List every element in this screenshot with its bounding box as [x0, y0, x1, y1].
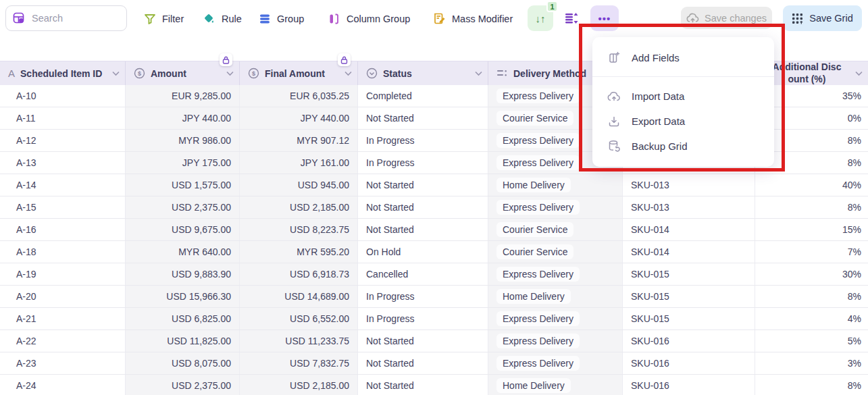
- column-header-amount[interactable]: $ Amount: [126, 61, 240, 85]
- cell-amount[interactable]: USD 15,966.30: [126, 286, 240, 307]
- cell-status[interactable]: Not Started: [358, 174, 488, 196]
- cell-sku[interactable]: SKU-013: [623, 196, 755, 218]
- cell-amount[interactable]: USD 8,075.00: [126, 352, 240, 374]
- cell-sku[interactable]: SKU-015: [623, 263, 755, 285]
- cell-additional-discount[interactable]: 4%: [755, 308, 868, 330]
- cell-sku[interactable]: SKU-013: [623, 174, 755, 196]
- cell-final-amount[interactable]: USD 2,185.00: [240, 375, 358, 395]
- cell-amount[interactable]: JPY 175.00: [126, 152, 240, 174]
- cell-final-amount[interactable]: MYR 595.20: [240, 241, 358, 263]
- cell-additional-discount[interactable]: 7%: [755, 241, 868, 263]
- table-row[interactable]: A-14 USD 1,575.00 USD 945.00 Not Started…: [0, 174, 868, 196]
- cell-scheduled-item-id[interactable]: A-13: [0, 152, 126, 174]
- column-header-final-amount[interactable]: $ Final Amount: [240, 61, 358, 85]
- cell-amount[interactable]: USD 9,675.00: [126, 219, 240, 240]
- cell-status[interactable]: Cancelled: [358, 263, 488, 285]
- cell-amount[interactable]: MYR 986.00: [126, 130, 240, 151]
- cell-final-amount[interactable]: EUR 6,035.25: [240, 85, 358, 107]
- cell-final-amount[interactable]: USD 945.00: [240, 174, 358, 196]
- cell-scheduled-item-id[interactable]: A-15: [0, 196, 126, 218]
- search-box[interactable]: [5, 5, 127, 31]
- cell-scheduled-item-id[interactable]: A-10: [0, 85, 126, 107]
- cell-scheduled-item-id[interactable]: A-14: [0, 174, 126, 196]
- table-row[interactable]: A-21 USD 6,825.00 USD 6,552.00 In Progre…: [0, 308, 868, 330]
- cell-scheduled-item-id[interactable]: A-11: [0, 107, 126, 129]
- cell-final-amount[interactable]: USD 2,185.00: [240, 196, 358, 218]
- cell-amount[interactable]: MYR 640.00: [126, 241, 240, 263]
- cell-status[interactable]: Not Started: [358, 375, 488, 395]
- cell-status[interactable]: Not Started: [358, 330, 488, 352]
- row-height-button[interactable]: [561, 5, 582, 31]
- cell-final-amount[interactable]: USD 7,832.75: [240, 352, 358, 374]
- cell-sku[interactable]: SKU-015: [623, 286, 755, 307]
- cell-status[interactable]: Not Started: [358, 196, 488, 218]
- cell-sku[interactable]: SKU-016: [623, 375, 755, 395]
- cell-delivery-method[interactable]: Express Delivery: [488, 308, 623, 330]
- cell-final-amount[interactable]: MYR 907.12: [240, 130, 358, 151]
- cell-amount[interactable]: USD 11,825.00: [126, 330, 240, 352]
- cell-final-amount[interactable]: USD 6,918.73: [240, 263, 358, 285]
- cell-sku[interactable]: SKU-016: [623, 330, 755, 352]
- cell-delivery-method[interactable]: Express Delivery: [488, 263, 623, 285]
- column-header-status[interactable]: Status: [358, 61, 488, 85]
- cell-scheduled-item-id[interactable]: A-22: [0, 330, 126, 352]
- group-button[interactable]: Group: [259, 0, 304, 37]
- cell-delivery-method[interactable]: Express Delivery: [488, 330, 623, 352]
- cell-additional-discount[interactable]: 40%: [755, 174, 868, 196]
- cell-final-amount[interactable]: USD 11,233.75: [240, 330, 358, 352]
- cell-scheduled-item-id[interactable]: A-23: [0, 352, 126, 374]
- cell-additional-discount[interactable]: 15%: [755, 219, 868, 240]
- cell-scheduled-item-id[interactable]: A-21: [0, 308, 126, 330]
- column-group-button[interactable]: Column Group: [328, 0, 410, 37]
- more-options-button[interactable]: •••: [590, 5, 619, 31]
- cell-final-amount[interactable]: JPY 440.00: [240, 107, 358, 129]
- cell-scheduled-item-id[interactable]: A-16: [0, 219, 126, 240]
- cell-sku[interactable]: SKU-014: [623, 219, 755, 240]
- sort-button[interactable]: ↓↑ 1: [528, 5, 553, 31]
- table-row[interactable]: A-19 USD 9,883.90 USD 6,918.73 Cancelled…: [0, 263, 868, 286]
- cell-status[interactable]: Not Started: [358, 219, 488, 240]
- cell-delivery-method[interactable]: Courier Service: [488, 241, 623, 263]
- filter-button[interactable]: Filter: [144, 0, 184, 37]
- cell-additional-discount[interactable]: 30%: [755, 263, 868, 285]
- cell-sku[interactable]: SKU-014: [623, 241, 755, 263]
- save-grid-button[interactable]: Save Grid: [783, 5, 862, 31]
- chevron-down-icon[interactable]: [855, 71, 863, 76]
- table-row[interactable]: A-22 USD 11,825.00 USD 11,233.75 Not Sta…: [0, 330, 868, 352]
- cell-amount[interactable]: EUR 9,285.00: [126, 85, 240, 107]
- table-row[interactable]: A-15 USD 2,375.00 USD 2,185.00 Not Start…: [0, 196, 868, 219]
- mass-modifier-button[interactable]: Mass Modifier: [433, 0, 513, 37]
- cell-scheduled-item-id[interactable]: A-24: [0, 375, 126, 395]
- cell-delivery-method[interactable]: Express Delivery: [488, 196, 623, 218]
- cell-final-amount[interactable]: USD 14,689.00: [240, 286, 358, 307]
- cell-final-amount[interactable]: USD 8,223.75: [240, 219, 358, 240]
- table-row[interactable]: A-20 USD 15,966.30 USD 14,689.00 In Prog…: [0, 286, 868, 308]
- table-row[interactable]: A-18 MYR 640.00 MYR 595.20 On Hold Couri…: [0, 241, 868, 263]
- cell-additional-discount[interactable]: 3%: [755, 352, 868, 374]
- cell-amount[interactable]: USD 1,575.00: [126, 174, 240, 196]
- cell-sku[interactable]: SKU-015: [623, 308, 755, 330]
- cell-amount[interactable]: USD 6,825.00: [126, 308, 240, 330]
- cell-sku[interactable]: SKU-016: [623, 352, 755, 374]
- menu-item-backup-grid[interactable]: Backup Grid: [592, 134, 774, 159]
- cell-additional-discount[interactable]: 8%: [755, 196, 868, 218]
- cell-delivery-method[interactable]: Home Delivery: [488, 174, 623, 196]
- chevron-down-icon[interactable]: [112, 71, 120, 76]
- cell-delivery-method[interactable]: Home Delivery: [488, 375, 623, 395]
- cell-amount[interactable]: USD 2,375.00: [126, 375, 240, 395]
- cell-status[interactable]: In Progress: [358, 152, 488, 174]
- chevron-down-icon[interactable]: [226, 71, 234, 76]
- column-header-scheduled-item-id[interactable]: A Scheduled Item ID: [0, 61, 126, 85]
- chevron-down-icon[interactable]: [475, 71, 482, 76]
- table-row[interactable]: A-24 USD 2,375.00 USD 2,185.00 Not Start…: [0, 375, 868, 395]
- cell-delivery-method[interactable]: Courier Service: [488, 219, 623, 240]
- cell-delivery-method[interactable]: Express Delivery: [488, 352, 623, 374]
- cell-amount[interactable]: USD 2,375.00: [126, 196, 240, 218]
- cell-additional-discount[interactable]: 8%: [755, 375, 868, 395]
- cell-delivery-method[interactable]: Home Delivery: [488, 286, 623, 307]
- cell-status[interactable]: Completed: [358, 85, 488, 107]
- cell-additional-discount[interactable]: 5%: [755, 330, 868, 352]
- cell-status[interactable]: In Progress: [358, 130, 488, 151]
- menu-item-import-data[interactable]: Import Data: [592, 84, 774, 109]
- table-row[interactable]: A-23 USD 8,075.00 USD 7,832.75 Not Start…: [0, 352, 868, 375]
